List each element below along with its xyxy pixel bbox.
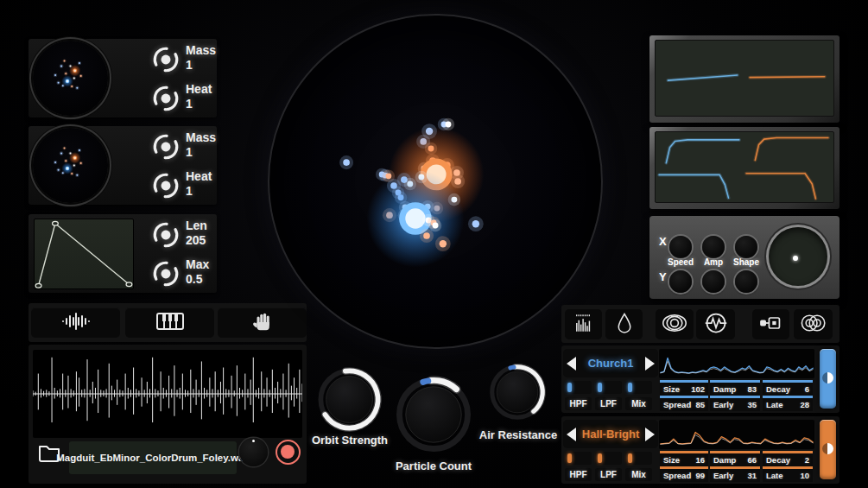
scope-wave-icon bbox=[704, 311, 728, 339]
heat-label: Heat bbox=[186, 82, 212, 97]
piano-mode-button[interactable] bbox=[125, 307, 214, 338]
y-speed-knob[interactable] bbox=[669, 270, 692, 293]
fader-handle-icon bbox=[822, 443, 833, 454]
sample-panel: Magduit_EbMinor_ColorDrum_Foley.wav bbox=[29, 345, 307, 484]
decay-param[interactable]: Decay2 bbox=[763, 451, 813, 466]
x-shape-knob[interactable] bbox=[735, 236, 757, 258]
mix-slider[interactable] bbox=[625, 452, 652, 465]
decay-param[interactable]: Decay6 bbox=[763, 380, 813, 396]
mix-label: Mix bbox=[625, 397, 652, 410]
damp-param[interactable]: Damp83 bbox=[710, 380, 760, 396]
y-shape-knob[interactable] bbox=[735, 270, 757, 293]
spectrum-bars-icon bbox=[573, 312, 595, 338]
lfo-display bbox=[655, 40, 834, 117]
hand-icon bbox=[251, 310, 274, 336]
router-fx-button[interactable] bbox=[752, 309, 789, 339]
router-blocks-icon bbox=[758, 313, 784, 337]
synth-plugin-window: Mass1 Heat1 Mass1 Heat1 bbox=[0, 0, 868, 488]
mass-value: 1 bbox=[186, 145, 216, 160]
mass-label: Mass bbox=[186, 130, 216, 145]
xy-modulation-panel: X Y Speed Amp Shape bbox=[649, 216, 839, 299]
shape-label: Shape bbox=[729, 257, 763, 267]
speed-label: Speed bbox=[663, 257, 698, 267]
max-value: 0.5 bbox=[186, 272, 209, 287]
fx-button-strip bbox=[561, 305, 839, 343]
reverb-b-preset-name: Hall-Bright bbox=[575, 420, 646, 448]
x-speed-knob[interactable] bbox=[669, 236, 692, 258]
reverb-unit-b: Hall-Bright HPF LPF Mix Size16 Damp66 De… bbox=[561, 416, 839, 484]
attack-release-display bbox=[655, 131, 834, 203]
mass-label: Mass bbox=[186, 43, 216, 58]
y-amp-knob[interactable] bbox=[702, 270, 725, 293]
grain-fx-button[interactable] bbox=[605, 309, 643, 339]
mass-knob[interactable] bbox=[151, 45, 181, 74]
damp-param[interactable]: Damp66 bbox=[710, 451, 760, 466]
grain-egg-icon bbox=[614, 311, 635, 339]
y-axis-label: Y bbox=[659, 270, 667, 283]
particle-count-knob[interactable] bbox=[394, 375, 473, 454]
reverb-a-level-fader[interactable] bbox=[820, 349, 836, 409]
body-panel-2: Mass1 Heat1 bbox=[29, 126, 217, 205]
lpf-label: LPF bbox=[595, 468, 622, 481]
heat-label: Heat bbox=[186, 169, 212, 184]
mix-slider[interactable] bbox=[625, 381, 652, 394]
resonator-rings-icon bbox=[661, 312, 688, 338]
rings-fx-button[interactable] bbox=[656, 309, 694, 339]
max-label: Max bbox=[186, 257, 209, 272]
next-preset-arrow[interactable] bbox=[645, 357, 655, 371]
next-preset-arrow[interactable] bbox=[645, 428, 655, 441]
lpf-slider[interactable] bbox=[595, 381, 622, 394]
envelope-editor[interactable] bbox=[34, 219, 134, 289]
spread-param[interactable]: Spread99 bbox=[660, 466, 708, 482]
length-knob[interactable] bbox=[151, 220, 181, 250]
spectrum-fx-button[interactable] bbox=[565, 309, 602, 339]
length-value: 205 bbox=[186, 233, 207, 248]
x-amp-knob[interactable] bbox=[702, 236, 725, 258]
heat-value: 1 bbox=[186, 97, 212, 111]
scope-fx-button[interactable] bbox=[696, 309, 735, 339]
size-param[interactable]: Size102 bbox=[660, 380, 708, 396]
late-param[interactable]: Late28 bbox=[763, 396, 813, 411]
early-param[interactable]: Early31 bbox=[710, 466, 760, 482]
sample-gain-knob[interactable] bbox=[239, 438, 268, 466]
reverb-unit-a: Church1 HPF LPF Mix Size102 Damp83 Decay… bbox=[561, 345, 839, 413]
mix-label: Mix bbox=[625, 468, 652, 481]
hpf-slider[interactable] bbox=[565, 381, 592, 394]
env-screen-panel bbox=[649, 127, 839, 209]
mass-knob[interactable] bbox=[151, 132, 181, 162]
phaser-fx-button[interactable] bbox=[794, 309, 833, 339]
hpf-slider[interactable] bbox=[565, 452, 592, 465]
orbit-strength-label: Orbit Strength bbox=[307, 434, 392, 447]
heat-knob[interactable] bbox=[151, 171, 181, 200]
sample-filename[interactable]: Magduit_EbMinor_ColorDrum_Foley.wav bbox=[69, 441, 237, 474]
hpf-label: HPF bbox=[565, 468, 592, 481]
heat-knob[interactable] bbox=[151, 84, 181, 113]
lfo-screen-panel bbox=[649, 35, 839, 123]
xy-pad[interactable] bbox=[769, 227, 827, 286]
air-resistance-label: Air Resistance bbox=[476, 428, 561, 442]
reverb-b-level-fader[interactable] bbox=[820, 420, 836, 479]
early-param[interactable]: Early35 bbox=[710, 396, 760, 411]
late-param[interactable]: Late10 bbox=[763, 466, 813, 482]
heat-value: 1 bbox=[186, 184, 212, 199]
particle-orbit-view[interactable] bbox=[268, 14, 603, 349]
xy-pad-cursor[interactable] bbox=[793, 256, 798, 261]
lpf-slider[interactable] bbox=[595, 452, 622, 465]
size-param[interactable]: Size16 bbox=[660, 451, 708, 466]
lpf-label: LPF bbox=[595, 397, 622, 410]
hand-mode-button[interactable] bbox=[218, 307, 307, 338]
air-resistance-knob[interactable] bbox=[488, 363, 547, 421]
spread-param[interactable]: Spread85 bbox=[660, 396, 708, 411]
mode-button-strip bbox=[29, 303, 307, 342]
orbit-strength-knob[interactable] bbox=[316, 366, 383, 433]
length-label: Len bbox=[186, 219, 207, 233]
reverb-b-preset-selector: Hall-Bright bbox=[563, 420, 658, 448]
reverb-b-spectrum-display bbox=[659, 420, 814, 449]
record-button[interactable] bbox=[276, 440, 301, 465]
max-knob[interactable] bbox=[151, 259, 181, 288]
waveform-mode-button[interactable] bbox=[31, 307, 120, 338]
x-axis-label: X bbox=[659, 235, 667, 248]
body-orbit-display-2 bbox=[33, 128, 108, 203]
sample-waveform-display[interactable] bbox=[33, 350, 302, 438]
reverb-a-spectrum-display bbox=[659, 349, 814, 378]
